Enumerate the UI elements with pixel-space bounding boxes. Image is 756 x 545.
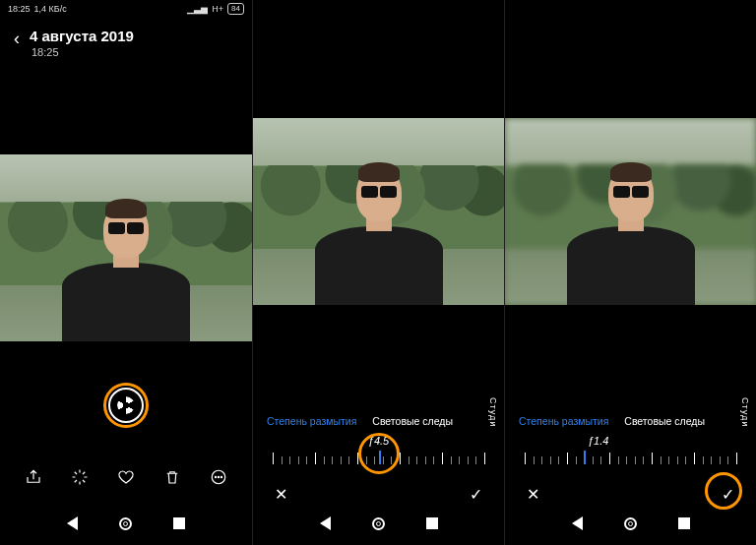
svg-point-1 bbox=[216, 476, 217, 477]
confirm-button[interactable]: ✓ bbox=[470, 485, 482, 504]
delete-icon[interactable] bbox=[161, 466, 183, 488]
nav-recent-icon[interactable] bbox=[426, 517, 438, 529]
aperture-button[interactable] bbox=[108, 388, 144, 423]
nav-back-icon[interactable] bbox=[572, 516, 583, 530]
editor-tabs: Степень размытия Световые следы Студи bbox=[253, 415, 504, 427]
photo-time: 18:25 bbox=[32, 46, 134, 58]
aperture-slider[interactable] bbox=[273, 451, 484, 464]
nav-bar bbox=[0, 510, 252, 537]
editor-tabs: Степень размытия Световые следы Студи bbox=[505, 415, 756, 427]
tab-studio[interactable]: Студи bbox=[740, 397, 750, 447]
nav-home-icon[interactable] bbox=[624, 517, 637, 530]
tab-blur[interactable]: Степень размытия bbox=[519, 415, 608, 427]
svg-point-2 bbox=[219, 476, 220, 477]
photo-preview[interactable] bbox=[253, 118, 504, 305]
status-time: 18:25 bbox=[8, 4, 31, 14]
cancel-button[interactable]: ✕ bbox=[275, 485, 287, 504]
aperture-value: ƒ4.5 bbox=[368, 435, 389, 447]
photo-preview[interactable] bbox=[0, 154, 252, 341]
aperture-slider[interactable] bbox=[525, 451, 736, 464]
cancel-button[interactable]: ✕ bbox=[527, 485, 539, 504]
tab-blur[interactable]: Степень размытия bbox=[267, 415, 356, 427]
nav-bar bbox=[505, 510, 756, 537]
status-network: H+ bbox=[212, 4, 223, 14]
nav-recent-icon[interactable] bbox=[173, 517, 185, 529]
aperture-value: ƒ1.4 bbox=[588, 435, 608, 447]
status-netspeed: 1,4 КБ/с bbox=[34, 4, 67, 14]
status-bar: 18:25 1,4 КБ/с ▁▃▅ H+ 84 bbox=[0, 0, 252, 18]
aperture-icon bbox=[117, 396, 135, 414]
screen-blur-editor-low: Степень размытия Световые следы Студи ƒ1… bbox=[504, 0, 756, 545]
action-bar bbox=[0, 466, 252, 488]
viewer-header: ‹ 4 августа 2019 18:25 bbox=[0, 18, 252, 64]
nav-back-icon[interactable] bbox=[320, 516, 331, 530]
tab-studio[interactable]: Студи bbox=[488, 397, 498, 447]
favorite-icon[interactable] bbox=[115, 466, 137, 488]
confirm-button[interactable]: ✓ bbox=[722, 485, 734, 504]
more-icon[interactable] bbox=[208, 466, 229, 488]
back-icon[interactable]: ‹ bbox=[14, 30, 20, 47]
screen-blur-editor-mid: Степень размытия Световые следы Студи ƒ4… bbox=[252, 0, 504, 545]
nav-back-icon[interactable] bbox=[67, 516, 78, 530]
photo-date: 4 августа 2019 bbox=[30, 28, 134, 44]
nav-home-icon[interactable] bbox=[372, 517, 385, 530]
nav-home-icon[interactable] bbox=[119, 517, 132, 530]
status-signal-icon: ▁▃▅ bbox=[187, 4, 208, 14]
nav-bar bbox=[253, 510, 504, 537]
tab-light-trails[interactable]: Световые следы bbox=[624, 415, 705, 427]
screen-photo-viewer: 18:25 1,4 КБ/с ▁▃▅ H+ 84 ‹ 4 августа 201… bbox=[0, 0, 252, 545]
tab-light-trails[interactable]: Световые следы bbox=[372, 415, 453, 427]
status-battery: 84 bbox=[227, 3, 244, 15]
svg-point-3 bbox=[221, 476, 222, 477]
share-icon[interactable] bbox=[23, 466, 44, 488]
nav-recent-icon[interactable] bbox=[678, 517, 690, 529]
photo-preview[interactable] bbox=[505, 118, 756, 305]
effects-icon[interactable] bbox=[69, 466, 91, 488]
